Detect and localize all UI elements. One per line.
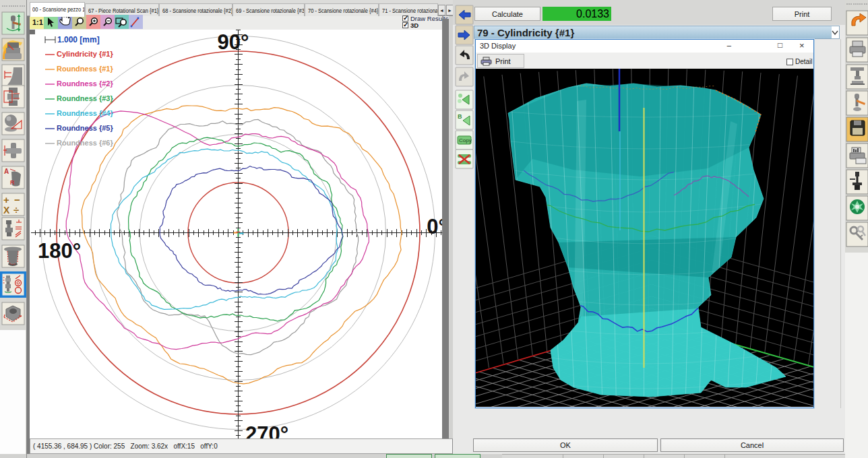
svg-text:270°: 270° (245, 422, 288, 438)
svg-text:0°: 0° (427, 215, 442, 238)
svg-text:A: A (4, 168, 9, 175)
svg-text:X: X (3, 205, 10, 216)
svg-text:+: + (3, 194, 9, 205)
svg-text:Roundness {#3}: Roundness {#3} (57, 94, 113, 102)
svg-text:Roundness {#4}: Roundness {#4} (57, 109, 113, 117)
svg-text:Roundness {#5}: Roundness {#5} (57, 124, 113, 132)
svg-text:90°: 90° (218, 30, 249, 54)
svg-text:1.000 [mm]: 1.000 [mm] (57, 35, 100, 44)
svg-text:B: B (458, 113, 462, 120)
svg-text:R: R (10, 179, 15, 186)
svg-text:180°: 180° (38, 239, 81, 263)
svg-text:Roundness {#6}: Roundness {#6} (57, 139, 113, 147)
svg-text:Roundness {#1}: Roundness {#1} (57, 65, 113, 73)
svg-text:Cylindricity {#1}: Cylindricity {#1} (57, 50, 113, 58)
svg-text:Roundness {#2}: Roundness {#2} (57, 79, 113, 88)
svg-text:÷: ÷ (13, 204, 19, 216)
svg-text:Copy: Copy (459, 137, 472, 143)
svg-text:1:1: 1:1 (32, 18, 43, 26)
